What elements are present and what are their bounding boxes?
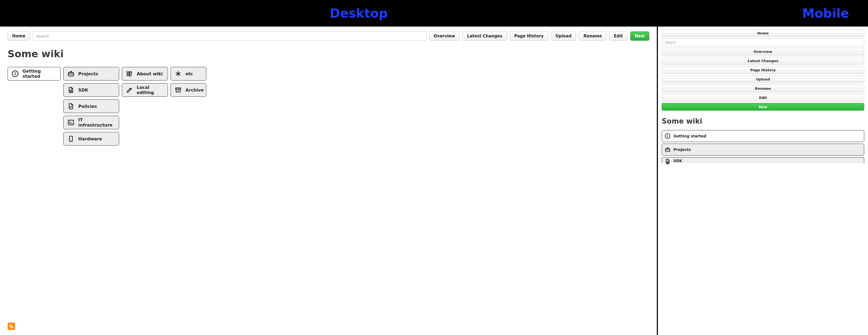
tile-label: Archive	[185, 87, 204, 93]
m-overview-button[interactable]: Overview	[662, 48, 864, 55]
tile-label: etc	[185, 71, 202, 77]
tile-label: Getting started	[673, 134, 706, 138]
m-tile-projects[interactable]: Projects	[662, 144, 864, 156]
tile-label: Local editing	[137, 85, 164, 95]
m-page-history-button[interactable]: Page History	[662, 66, 864, 74]
page-title: Some wiki	[7, 48, 649, 59]
asterisk-icon	[175, 70, 182, 77]
m-latest-changes-button[interactable]: Latest Changes	[662, 57, 864, 64]
briefcase-icon	[67, 70, 74, 77]
m-search-wrapper	[662, 38, 864, 48]
tile-hardware[interactable]: Hardware	[63, 132, 119, 145]
tile-label: IT infrastructure	[78, 117, 115, 128]
desktop-pane: Home Overview Latest Changes Page Histor…	[0, 27, 658, 335]
banner-label-desktop: Desktop	[330, 6, 388, 21]
m-new-button[interactable]: New	[662, 103, 864, 111]
rss-icon[interactable]	[7, 323, 15, 330]
overview-button[interactable]: Overview	[429, 31, 460, 41]
tile-label: SDK	[673, 159, 682, 163]
latest-changes-button[interactable]: Latest Changes	[462, 31, 507, 41]
rename-button[interactable]: Rename	[579, 31, 607, 41]
m-edit-button[interactable]: Edit	[662, 94, 864, 101]
archive-icon	[175, 86, 182, 93]
document-lines-icon	[665, 159, 671, 165]
tile-label: Hardware	[78, 136, 115, 141]
info-icon	[665, 133, 671, 139]
m-page-title: Some wiki	[662, 117, 864, 125]
briefcase-icon	[665, 147, 671, 152]
new-button[interactable]: New	[630, 31, 650, 41]
m-tile-getting-started[interactable]: Getting started	[662, 130, 864, 142]
books-icon	[126, 70, 133, 77]
tile-local-editing[interactable]: Local editing	[122, 83, 168, 97]
tile-label: Getting started	[23, 68, 57, 79]
banner-label-mobile: Mobile	[802, 6, 849, 21]
tile-sdk[interactable]: SDK	[63, 83, 119, 97]
tile-etc[interactable]: etc	[170, 67, 206, 81]
mobile-pane: Home Overview Latest Changes Page Histor…	[658, 27, 868, 335]
toolbar: Home Overview Latest Changes Page Histor…	[7, 31, 649, 41]
search-input[interactable]	[33, 31, 427, 41]
tile-grid: Getting started Projects SDK Policies	[7, 67, 649, 145]
terminal-icon	[67, 119, 74, 126]
m-home-button[interactable]: Home	[662, 29, 864, 37]
tile-label: Projects	[673, 147, 691, 152]
tile-label: Policies	[78, 104, 115, 109]
tile-it-infrastructure[interactable]: IT infrastructure	[63, 116, 119, 129]
m-upload-button[interactable]: Upload	[662, 75, 864, 83]
document-check-icon	[67, 103, 74, 110]
edit-button[interactable]: Edit	[609, 31, 627, 41]
tile-policies[interactable]: Policies	[63, 100, 119, 113]
tile-label: Projects	[78, 71, 115, 77]
upload-button[interactable]: Upload	[551, 31, 576, 41]
tile-getting-started[interactable]: Getting started	[7, 67, 61, 81]
search-wrapper	[33, 31, 427, 41]
m-search-input[interactable]	[662, 38, 864, 46]
m-tile-sdk[interactable]: SDK	[662, 157, 864, 163]
home-button[interactable]: Home	[7, 31, 30, 41]
tile-archive[interactable]: Archive	[170, 83, 206, 97]
pencil-icon	[126, 86, 133, 93]
m-rename-button[interactable]: Rename	[662, 85, 864, 92]
info-icon	[12, 70, 19, 77]
tile-projects[interactable]: Projects	[63, 67, 119, 81]
tile-about-wiki[interactable]: About wiki	[122, 67, 168, 81]
phone-icon	[67, 135, 74, 142]
comparison-banner: Desktop Mobile	[0, 0, 868, 27]
tile-label: SDK	[78, 87, 115, 93]
tile-label: About wiki	[137, 71, 164, 77]
document-lines-icon	[67, 86, 74, 93]
page-history-button[interactable]: Page History	[510, 31, 548, 41]
